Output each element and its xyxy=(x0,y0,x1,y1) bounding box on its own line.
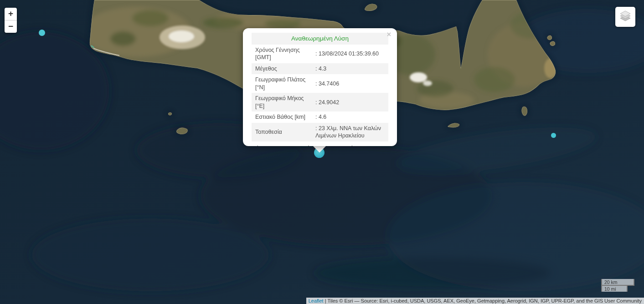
row-value: : 4.6 xyxy=(312,111,388,123)
layers-control-button[interactable] xyxy=(615,7,635,27)
more-info-link[interactable]: κλικ xyxy=(268,145,278,146)
footer-text-suffix: για περισσότερες πληροφορίες xyxy=(278,145,358,146)
table-row: Τοποθεσία : 23 Χλμ. ΝΝΑ των Καλών Λιμένω… xyxy=(252,123,388,142)
earthquake-marker[interactable] xyxy=(39,30,45,36)
footer-text-prefix: Κάντε xyxy=(252,145,268,146)
row-label: Χρόνος Γέννησης [GMT] xyxy=(252,45,312,63)
zoom-control: + − xyxy=(5,8,17,33)
row-value: : 34.7406 xyxy=(312,74,388,93)
row-value: : 13/08/2024 01:35:39.60 xyxy=(312,45,388,63)
leaflet-link[interactable]: Leaflet xyxy=(309,298,324,304)
scale-control: 20 km 10 mi xyxy=(601,279,634,292)
zoom-in-button[interactable]: + xyxy=(5,8,17,20)
row-label: Μέγεθος xyxy=(252,63,312,75)
row-label: Εστιακό Βάθος [km] xyxy=(252,111,312,123)
popup-title: Αναθεωρημένη Λύση xyxy=(252,33,388,45)
layers-icon xyxy=(619,10,632,24)
popup-footer: Κάντε κλικ για περισσότερες πληροφορίες xyxy=(252,145,388,146)
table-row: Γεωγραφικό Πλάτος [°N] : 34.7406 xyxy=(252,74,388,93)
earthquake-popup: × Αναθεωρημένη Λύση Χρόνος Γέννησης [GMT… xyxy=(243,28,397,146)
table-row: Χρόνος Γέννησης [GMT] : 13/08/2024 01:35… xyxy=(252,45,388,63)
table-row: Γεωγραφικό Μήκος [°E] : 24.9042 xyxy=(252,93,388,111)
table-row: Εστιακό Βάθος [km] : 4.6 xyxy=(252,111,388,123)
row-value: : 23 Χλμ. ΝΝΑ των Καλών Λιμένων Ηρακλείο… xyxy=(312,123,388,142)
attribution-bar: Leaflet | Tiles © Esri — Source: Esri, i… xyxy=(306,298,644,304)
earthquake-marker[interactable] xyxy=(551,133,556,138)
scale-imperial: 10 mi xyxy=(601,285,628,292)
row-value: : 4.3 xyxy=(312,63,388,75)
earthquake-info-table: Αναθεωρημένη Λύση Χρόνος Γέννησης [GMT] … xyxy=(252,33,388,142)
row-label: Γεωγραφικό Πλάτος [°N] xyxy=(252,74,312,93)
table-row-title: Αναθεωρημένη Λύση xyxy=(252,33,388,45)
attribution-text: Tiles © Esri — Source: Esri, i-cubed, US… xyxy=(327,298,642,304)
zoom-out-button[interactable]: − xyxy=(5,20,17,33)
row-label: Γεωγραφικό Μήκος [°E] xyxy=(252,93,312,111)
row-label: Τοποθεσία xyxy=(252,123,312,142)
map-viewport[interactable]: × Αναθεωρημένη Λύση Χρόνος Γέννησης [GMT… xyxy=(0,0,644,304)
popup-content: Αναθεωρημένη Λύση Χρόνος Γέννησης [GMT] … xyxy=(252,33,388,146)
popup-close-button[interactable]: × xyxy=(385,30,393,40)
row-value: : 24.9042 xyxy=(312,93,388,111)
table-row: Μέγεθος : 4.3 xyxy=(252,63,388,75)
